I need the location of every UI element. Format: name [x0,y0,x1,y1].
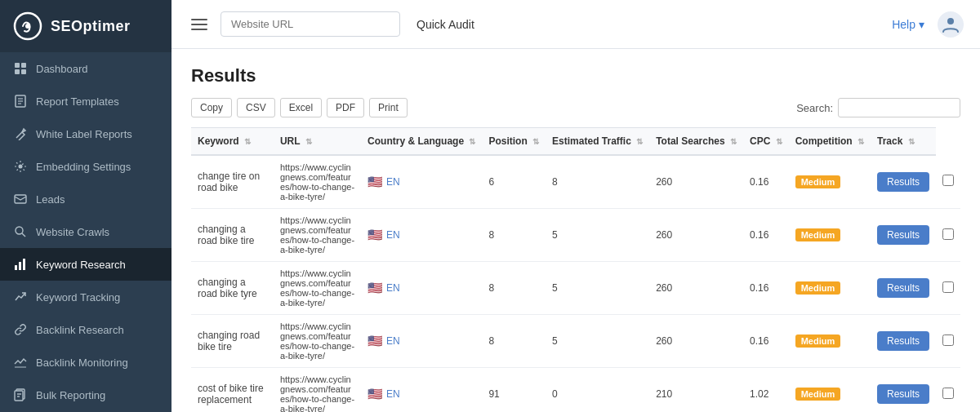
svg-point-1 [25,24,30,29]
sidebar-nav: Dashboard Report Templates White Label R… [0,52,172,412]
report-templates-icon [13,94,28,109]
user-avatar[interactable] [938,11,964,38]
cell-results: Results [871,315,936,368]
col-header-keyword[interactable]: Keyword ⇅ [191,128,274,156]
cell-total-searches: 260 [649,155,743,209]
sort-icon: ⇅ [532,137,539,146]
track-checkbox[interactable] [942,388,954,399]
sidebar-item-label-dashboard: Dashboard [36,63,158,75]
help-arrow: ▾ [919,18,924,31]
cell-keyword: cost of bike tire replacement [191,368,274,413]
cell-cpc: 0.16 [743,262,789,315]
table-row: change tire on road bike https://www.cyc… [191,155,960,209]
table-body: change tire on road bike https://www.cyc… [191,155,960,412]
country-flag: 🇺🇸 [368,281,383,295]
sidebar-item-keyword-research[interactable]: Keyword Research [0,248,172,281]
cell-results: Results [871,155,936,209]
sidebar-item-bulk-reporting[interactable]: Bulk Reporting [0,379,172,411]
cell-position: 8 [482,209,546,262]
competition-badge: Medium [795,388,841,401]
table-row: cost of bike tire replacement https://ww… [191,368,960,413]
cell-url: https://www.cyclingnews.com/features/how… [274,262,361,315]
track-checkbox[interactable] [942,281,954,293]
cell-competition: Medium [789,155,871,209]
svg-rect-16 [23,259,25,270]
toolbar-pdf-button[interactable]: PDF [327,98,364,117]
cell-cpc: 1.02 [743,368,789,413]
toolbar-excel-button[interactable]: Excel [280,98,322,117]
results-button[interactable]: Results [877,331,929,351]
sidebar-item-label-website-crawls: Website Crawls [36,226,158,238]
cell-track [936,368,960,413]
cell-keyword: changing road bike tire [191,315,274,368]
competition-badge: Medium [795,281,841,295]
col-header-track[interactable]: Track ⇅ [871,128,936,156]
sidebar-item-embedding-settings[interactable]: Embedding Settings [0,150,172,183]
cell-total-searches: 260 [649,315,743,368]
cell-competition: Medium [789,262,871,315]
keyword-research-icon [13,257,28,272]
sidebar-item-keyword-tracking[interactable]: Keyword Tracking [0,281,172,313]
topbar-right: Help ▾ [892,11,964,38]
results-button[interactable]: Results [877,384,929,404]
website-crawls-icon [13,224,28,239]
cell-results: Results [871,368,936,413]
sidebar-item-dashboard[interactable]: Dashboard [0,52,172,85]
competition-badge: Medium [795,228,841,241]
col-header-cpc[interactable]: CPC ⇅ [743,128,789,156]
cell-competition: Medium [789,209,871,262]
cell-est-traffic: 0 [546,368,649,413]
col-header-url[interactable]: URL ⇅ [274,128,361,156]
col-header-total-searches[interactable]: Total Searches ⇅ [649,128,743,156]
sidebar-item-website-crawls[interactable]: Website Crawls [0,215,172,248]
sort-icon: ⇅ [469,137,475,146]
sidebar-item-backlink-monitoring[interactable]: Backlink Monitoring [0,346,172,379]
logo-text: SEOptimer [51,18,131,35]
sidebar-item-backlink-research[interactable]: Backlink Research [0,313,172,346]
track-checkbox[interactable] [942,175,954,186]
table-row: changing road bike tire https://www.cycl… [191,315,960,368]
search-input[interactable] [838,98,960,117]
track-checkbox[interactable] [942,334,954,346]
col-header-competition[interactable]: Competition ⇅ [789,128,871,156]
results-button[interactable]: Results [877,278,929,298]
cell-est-traffic: 8 [546,155,649,209]
cell-cpc: 0.16 [743,155,789,209]
table-row: changing a road bike tire https://www.cy… [191,209,960,262]
svg-rect-19 [15,391,23,401]
help-label: Help [892,18,915,31]
toolbar-copy-button[interactable]: Copy [191,98,232,117]
cell-position: 8 [482,262,546,315]
cell-country-language: 🇺🇸 EN [361,209,482,262]
results-button[interactable]: Results [877,225,929,245]
col-header-position[interactable]: Position ⇅ [482,128,546,156]
svg-rect-3 [21,63,26,68]
backlink-research-icon [13,322,28,337]
svg-point-12 [16,227,23,234]
track-checkbox[interactable] [942,228,954,240]
cell-track [936,155,960,209]
toolbar-csv-button[interactable]: CSV [237,98,275,117]
sidebar-item-leads[interactable]: Leads [0,183,172,215]
results-button[interactable]: Results [877,172,929,192]
toolbar-print-button[interactable]: Print [369,98,408,117]
sidebar-item-label-backlink-research: Backlink Research [36,324,158,336]
competition-badge: Medium [795,334,841,348]
url-input[interactable] [220,11,400,37]
quick-audit-button[interactable]: Quick Audit [410,15,481,34]
results-title: Results [191,65,960,86]
competition-badge: Medium [795,175,841,188]
sidebar-item-white-label-reports[interactable]: White Label Reports [0,117,172,150]
logo-area: SEOptimer [0,0,172,52]
cell-position: 8 [482,315,546,368]
col-header-estimated-traffic[interactable]: Estimated Traffic ⇅ [546,128,649,156]
sort-icon: ⇅ [858,137,864,146]
sidebar-item-report-templates[interactable]: Report Templates [0,85,172,117]
help-button[interactable]: Help ▾ [892,18,924,31]
hamburger-button[interactable] [188,16,211,33]
svg-rect-4 [15,69,20,74]
bulk-reporting-icon [13,388,28,402]
col-header-country---language[interactable]: Country & Language ⇅ [361,128,482,156]
topbar: Quick Audit Help ▾ [172,0,980,49]
cell-keyword: changing a road bike tyre [191,262,274,315]
